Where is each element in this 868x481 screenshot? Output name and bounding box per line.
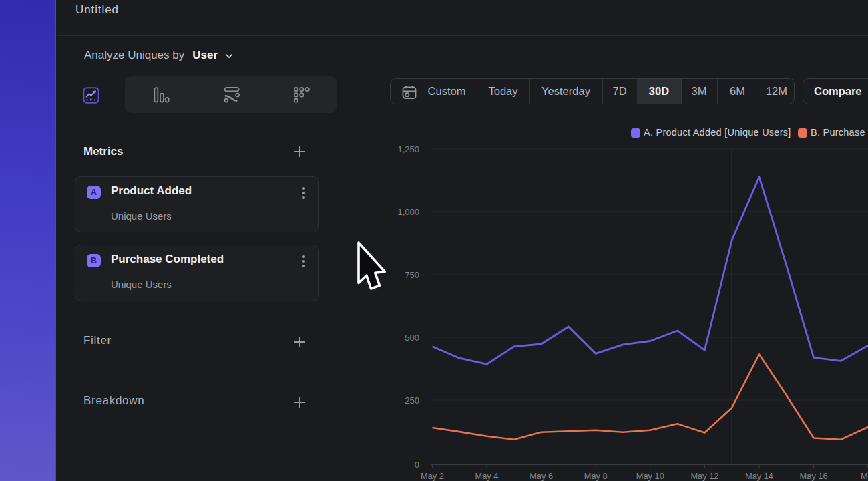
svg-text:0: 0 — [415, 460, 419, 470]
svg-text:May 14: May 14 — [745, 471, 773, 481]
svg-text:May 16: May 16 — [800, 471, 828, 481]
svg-text:250: 250 — [405, 395, 419, 406]
svg-text:500: 500 — [405, 333, 419, 343]
svg-text:Ma: Ma — [861, 471, 868, 481]
svg-text:May 12: May 12 — [690, 471, 718, 481]
svg-text:1,000: 1,000 — [397, 207, 419, 217]
svg-text:May 10: May 10 — [636, 471, 664, 481]
svg-text:750: 750 — [405, 270, 419, 280]
svg-text:May 4: May 4 — [475, 471, 499, 481]
svg-text:May 2: May 2 — [421, 471, 444, 481]
svg-text:May 8: May 8 — [584, 471, 608, 481]
svg-text:May 6: May 6 — [529, 471, 553, 481]
svg-text:1,250: 1,250 — [397, 144, 419, 154]
